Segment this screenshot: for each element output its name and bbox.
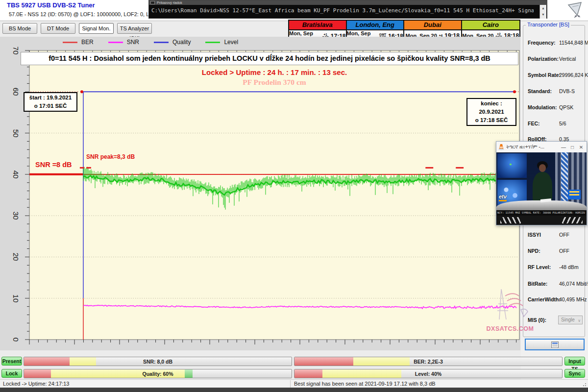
- video-frame[interactable]: etv NCY: 11545 MHZ SYMBOL RATE: 30000 PO…: [496, 152, 587, 225]
- transponder-row: BitRate:46,074 Mbit/s: [521, 281, 588, 288]
- quality-meter-text: Quality: 60%: [24, 369, 292, 378]
- y-axis-label: 40: [11, 169, 22, 180]
- transponder-row: Modulation:QPSK: [521, 104, 588, 111]
- end-date: koniec : 20.9.2021: [469, 99, 514, 116]
- end-time-box: koniec : 20.9.2021 o 17:18 SEČ: [466, 98, 516, 126]
- y-axis-label: 60: [11, 86, 22, 97]
- legend-snr: SNR: [108, 39, 139, 46]
- console-window[interactable]: Príkazový riadok C:\Users\Roman Dávid>NS…: [148, 0, 547, 19]
- chevron-down-icon: ∨: [578, 317, 581, 325]
- signal-chart-panel: f0=11 545 H : Dosiahol som jeden kontinu…: [0, 37, 520, 350]
- console-scrollbar[interactable]: ▲ ▼: [539, 5, 546, 19]
- y-axis-label: 20: [11, 251, 22, 262]
- transponder-row: Standard:DVB-S: [521, 88, 588, 95]
- studio-screen-top: [497, 153, 527, 178]
- ber-meter-text: BER: 2,2E-3: [294, 357, 562, 366]
- transponder-row: FEC:5/6: [521, 121, 588, 127]
- maximize-icon[interactable]: □: [569, 145, 576, 150]
- level-line-swatch: [205, 42, 220, 43]
- news-anchor: [533, 172, 552, 202]
- video-ticker: NCY: 11545 MHZ SYMBOL RATE: 30000 POLARI…: [496, 210, 587, 216]
- y-axis-label: 0: [11, 334, 22, 345]
- clock-city: Cairo: [462, 21, 520, 30]
- mis-selected-value: Single: [561, 317, 575, 322]
- tab-bs-mode[interactable]: BS Mode: [2, 23, 37, 34]
- snr-reference-label: SNR =8 dB: [35, 161, 72, 169]
- desk-front-band: [496, 216, 587, 225]
- quality-line-swatch: [154, 42, 169, 43]
- list-icon: [551, 342, 559, 348]
- console-icon: [150, 1, 155, 4]
- chart-legend: BER SNR Quality Level: [63, 39, 238, 46]
- etv-logo: etv: [499, 194, 507, 199]
- clock-city: London, Eng: [347, 21, 404, 30]
- close-icon[interactable]: ✕: [578, 145, 585, 150]
- console-command-line[interactable]: C:\Users\Roman Dávid>NSS 12-57°E_East Af…: [151, 7, 534, 14]
- news-anchor-face: [539, 164, 546, 172]
- transponder-row: RF Level:-48 dBm: [521, 264, 588, 271]
- chart-headline: f0=11 545 H : Dosiahol som jeden kontinu…: [21, 52, 518, 65]
- antenna-annotation: PF Prodelin 370 cm: [29, 78, 519, 87]
- transponder-row: Symbol Rate:29996,824 KS/s: [521, 72, 588, 79]
- transponder-row-mis: MIS (0): Single ∨: [521, 317, 588, 324]
- snr-meter: SNR: 8,0 dB: [24, 357, 292, 366]
- transponder-row: Frequency:11544,848 MHz: [521, 40, 588, 47]
- start-date: štart : 19.9.2021: [26, 94, 74, 102]
- minimize-icon[interactable]: —: [560, 145, 567, 150]
- vlc-cone-icon: [498, 144, 504, 150]
- service-list-button[interactable]: [525, 339, 585, 350]
- vlc-player-window[interactable]: ትግርኛ ዜና+ፕ/ም -... — □ ✕ etv NCY: 11545 MH…: [496, 141, 587, 225]
- y-axis-label: 10: [11, 293, 22, 304]
- best-signal-status: Best signal has been seen at 2021-09-19 …: [294, 381, 436, 387]
- taskbar-edge: [0, 388, 588, 392]
- mis-dropdown[interactable]: Single ∨: [558, 316, 583, 324]
- lower-third-badge: [568, 190, 581, 199]
- vlc-window-title: ትግርኛ ዜና+ፕ/ም -...: [506, 144, 558, 150]
- desk-stripes-right: [562, 217, 583, 223]
- tab-ts-analyzer[interactable]: TS Analyzer (OK): [117, 23, 152, 34]
- scroll-down-icon[interactable]: ▼: [540, 11, 546, 18]
- etv-logo-bar: [499, 200, 507, 201]
- input-ts-button[interactable]: Input TS: [564, 357, 585, 366]
- y-axis-label: 70: [11, 45, 22, 56]
- transponder-group-title: Transponder [BS]: [526, 22, 571, 27]
- level-meter: Level: 40%: [294, 369, 563, 378]
- transponder-row: NPD:OFF: [521, 248, 588, 255]
- status-divider: [290, 380, 291, 388]
- start-time-box: štart : 19.9.2021 o 17:01 SEČ: [24, 92, 77, 112]
- level-meter-text: Level: 40%: [294, 369, 562, 378]
- tuner-title: TBS 5927 USB DVB-S2 Tuner: [7, 1, 95, 9]
- present-indicator-button[interactable]: Present: [1, 357, 22, 366]
- vlc-titlebar[interactable]: ትግርኛ ዜና+ፕ/ም -... — □ ✕: [496, 142, 587, 152]
- legend-level: Level: [205, 39, 238, 46]
- quality-meter: Quality: 60%: [24, 369, 292, 378]
- end-time: o 17:18 SEČ: [469, 116, 514, 124]
- legend-quality: Quality: [154, 39, 191, 46]
- scroll-up-icon[interactable]: ▲: [540, 5, 546, 11]
- tab-signal-mon[interactable]: Signal Mon.: [79, 23, 114, 34]
- transponder-row: Polarization:Vertical: [521, 56, 588, 63]
- tuner-subtitle: 57.0E - NSS 12 (ID: 0570) @ LOF1: 100000…: [9, 11, 171, 17]
- satellite-dish-icon[interactable]: [563, 1, 586, 20]
- transponder-row: CarrierWidth:40,495 MHz: [521, 296, 588, 303]
- uptime-annotation: Locked > Uptime : 24 h. : 17 min. : 13 s…: [29, 68, 519, 76]
- transponder-row: ISSYIOFF: [521, 232, 588, 239]
- start-time: o 17:01 SEČ: [26, 102, 74, 110]
- ber-line-swatch: [63, 42, 77, 43]
- resize-grip[interactable]: [582, 382, 587, 387]
- clock-city: Bratislava: [289, 21, 346, 30]
- ber-meter: BER: 2,2E-3: [294, 357, 563, 366]
- snr-meter-text: SNR: 8,0 dB: [24, 357, 292, 366]
- tab-dt-mode[interactable]: DT Mode: [41, 23, 75, 34]
- desk-stripes-left: [500, 217, 521, 223]
- lock-uptime-status: Locked -> Uptime: 24:17:13: [3, 381, 69, 387]
- mode-tabs: BS Mode DT Mode Signal Mon. TS Analyzer …: [2, 23, 152, 34]
- clock-city: Dubai: [404, 21, 461, 30]
- y-axis-label: 50: [11, 128, 22, 139]
- status-bar: Locked -> Uptime: 24:17:13 Best signal h…: [0, 379, 588, 388]
- snr-peak-label: SNR peak=8,3 dB: [86, 153, 135, 160]
- console-titlebar[interactable]: Príkazový riadok: [149, 0, 547, 5]
- sync-ts-button[interactable]: Sync TS: [564, 369, 585, 378]
- legend-ber: BER: [63, 39, 94, 46]
- lock-indicator-button[interactable]: Lock: [1, 369, 22, 378]
